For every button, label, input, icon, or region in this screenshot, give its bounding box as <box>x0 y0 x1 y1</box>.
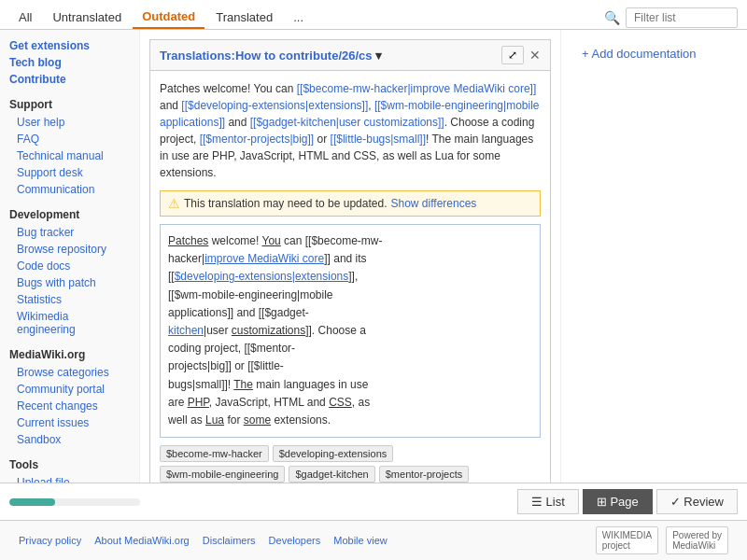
update-notice: ⚠ This translation may need to be update… <box>160 190 541 217</box>
sidebar-item-community-portal[interactable]: Community portal <box>0 381 139 398</box>
bottom-bar: ☰ List ⊞ Page ✓ Review <box>0 483 747 520</box>
improve-link[interactable]: improve MediaWiki core <box>204 252 324 265</box>
notice-icon: ⚠ <box>168 196 180 211</box>
sidebar-item-current-issues[interactable]: Current issues <box>0 414 139 431</box>
modal-close-button[interactable]: ✕ <box>529 48 541 63</box>
progress-container <box>9 498 517 506</box>
tab-untranslated[interactable]: Untranslated <box>43 7 131 28</box>
view-tabs: ☰ List ⊞ Page ✓ Review <box>517 489 738 514</box>
page-view-tab[interactable]: ⊞ Page <box>583 489 653 514</box>
wikimedia-logo: WIKIMEDIAproject <box>596 526 658 554</box>
tag-gadget-kitchen[interactable]: $gadget-kitchen <box>289 466 374 483</box>
kitchen-link[interactable]: kitchen <box>168 324 204 337</box>
modal-expand-button[interactable]: ⤢ <box>501 46 524 64</box>
sidebar-item-statistics[interactable]: Statistics <box>0 291 139 308</box>
modal-body: Patches welcome! You can [[$become-mw-ha… <box>150 71 550 483</box>
tab-outdated[interactable]: Outdated <box>133 6 204 29</box>
app-layout: All Untranslated Outdated Translated ...… <box>0 0 747 560</box>
developing-extensions-link[interactable]: $developing-extensions|extensions <box>175 270 349 283</box>
sidebar-title-tools: Tools <box>0 455 139 474</box>
footer-logos: WIKIMEDIAproject Powered byMediaWiki <box>596 526 728 554</box>
sidebar-item-user-help[interactable]: User help <box>0 114 139 131</box>
sidebar-item-get-extensions[interactable]: Get extensions <box>0 37 139 54</box>
tab-translated[interactable]: Translated <box>206 7 282 28</box>
content-area: Translations:How to contribute/26/cs ▾ ⤢… <box>140 30 560 483</box>
sidebar-section-tools: Tools Upload file Special pages Printabl… <box>0 455 139 483</box>
sidebar-item-tech-blog[interactable]: Tech blog <box>0 54 139 71</box>
sidebar-item-recent-changes[interactable]: Recent changes <box>0 398 139 414</box>
modal-header: Translations:How to contribute/26/cs ▾ ⤢… <box>150 40 550 71</box>
update-notice-text: This translation may need to be updated. <box>184 197 387 210</box>
tag-wm-mobile-engineering[interactable]: $wm-mobile-engineering <box>160 466 285 483</box>
the-word: The <box>233 378 253 391</box>
tag-mentor-projects[interactable]: $mentor-projects <box>379 466 470 483</box>
modal-title-link[interactable]: Translations:How to contribute/26/cs <box>160 49 373 63</box>
list-view-tab[interactable]: ☰ List <box>517 489 579 514</box>
link-little-bugs[interactable]: [[$little-bugs|small]] <box>331 133 427 146</box>
main-area: Get extensions Tech blog Contribute Supp… <box>0 30 747 483</box>
sidebar-item-wikimedia-engineering[interactable]: Wikimedia engineering <box>0 308 139 338</box>
sidebar-item-contribute[interactable]: Contribute <box>0 71 139 88</box>
link-mentor-projects[interactable]: [[$mentor-projects|big]] <box>200 133 315 146</box>
sidebar-item-technical-manual[interactable]: Technical manual <box>0 147 139 164</box>
and-word3: and <box>307 396 326 409</box>
search-icon[interactable]: 🔍 <box>604 10 620 25</box>
top-tabs-bar: All Untranslated Outdated Translated ...… <box>0 0 747 30</box>
sidebar-item-faq[interactable]: FAQ <box>0 131 139 147</box>
sidebar-item-communication[interactable]: Communication <box>0 181 139 198</box>
footer-mobile-view[interactable]: Mobile view <box>333 535 387 546</box>
you-word: You <box>262 234 281 247</box>
footer-disclaimers[interactable]: Disclaimers <box>203 535 256 546</box>
some-word: some <box>244 413 271 427</box>
show-differences-link[interactable]: Show differences <box>390 197 476 210</box>
translation-modal: Translations:How to contribute/26/cs ▾ ⤢… <box>149 39 551 483</box>
sidebar-section-mediawiki: MediaWiki.org Browse categories Communit… <box>0 345 139 448</box>
sidebar-item-browse-categories[interactable]: Browse categories <box>0 364 139 381</box>
tab-all[interactable]: All <box>9 7 41 28</box>
tag-become-mw-hacker[interactable]: $become-mw-hacker <box>160 445 269 462</box>
modal-title: Translations:How to contribute/26/cs ▾ <box>160 49 382 63</box>
and-word2: and <box>236 306 255 319</box>
link-gadget-kitchen[interactable]: [[$gadget-kitchen|user customizations]] <box>250 116 444 129</box>
footer-about[interactable]: About MediaWiki.org <box>94 535 190 546</box>
link-become-mw-hacker[interactable]: [[$become-mw-hacker|improve MediaWiki co… <box>297 82 537 95</box>
modal-controls: ⤢ ✕ <box>501 46 541 64</box>
review-tab[interactable]: ✓ Review <box>656 489 738 514</box>
add-documentation-area: + Add documentation <box>571 39 738 68</box>
customizations-word: customizations <box>232 324 305 337</box>
lua-word: Lua <box>205 413 224 427</box>
filter-area: 🔍 <box>604 7 738 28</box>
tab-more[interactable]: ... <box>284 7 313 28</box>
sidebar-title-support: Support <box>0 95 139 114</box>
sidebar-section-development: Development Bug tracker Browse repositor… <box>0 205 139 338</box>
sidebar-item-code-docs[interactable]: Code docs <box>0 258 139 274</box>
tags-row-2: $wm-mobile-engineering $gadget-kitchen $… <box>160 466 541 483</box>
php-word: PHP <box>188 396 209 409</box>
sidebar: Get extensions Tech blog Contribute Supp… <box>0 30 140 483</box>
footer-links: Privacy policy About MediaWiki.org Discl… <box>19 535 388 546</box>
filter-input[interactable] <box>626 7 738 28</box>
tags-row-1: $become-mw-hacker $developing-extensions <box>160 445 541 462</box>
link-developing-extensions[interactable]: [[$developing-extensions|extensions]] <box>181 99 368 112</box>
right-panel: + Add documentation <box>560 30 747 483</box>
sidebar-item-browse-repository[interactable]: Browse repository <box>0 241 139 258</box>
progress-bar <box>9 498 140 506</box>
footer-privacy-policy[interactable]: Privacy policy <box>19 535 81 546</box>
css-word: CSS <box>329 396 352 409</box>
sidebar-item-bug-tracker[interactable]: Bug tracker <box>0 224 139 241</box>
sidebar-title-development: Development <box>0 205 139 224</box>
add-documentation-link[interactable]: + Add documentation <box>582 47 697 61</box>
footer: Privacy policy About MediaWiki.org Discl… <box>0 520 747 560</box>
source-text: Patches welcome! You can [[$become-mw-ha… <box>160 80 541 181</box>
translation-box[interactable]: Patches welcome! You can [[$become-mw- h… <box>160 224 541 438</box>
sidebar-item-bugs-with-patch[interactable]: Bugs with patch <box>0 274 139 291</box>
progress-fill <box>9 498 55 506</box>
sidebar-item-sandbox[interactable]: Sandbox <box>0 431 139 448</box>
sidebar-item-upload-file[interactable]: Upload file <box>0 474 139 483</box>
and-word: and <box>333 252 352 265</box>
sidebar-item-support-desk[interactable]: Support desk <box>0 164 139 181</box>
modal-title-arrow: ▾ <box>375 49 382 63</box>
tag-developing-extensions[interactable]: $developing-extensions <box>273 445 394 462</box>
footer-developers[interactable]: Developers <box>269 535 321 546</box>
sidebar-title-mediawiki: MediaWiki.org <box>0 345 139 364</box>
